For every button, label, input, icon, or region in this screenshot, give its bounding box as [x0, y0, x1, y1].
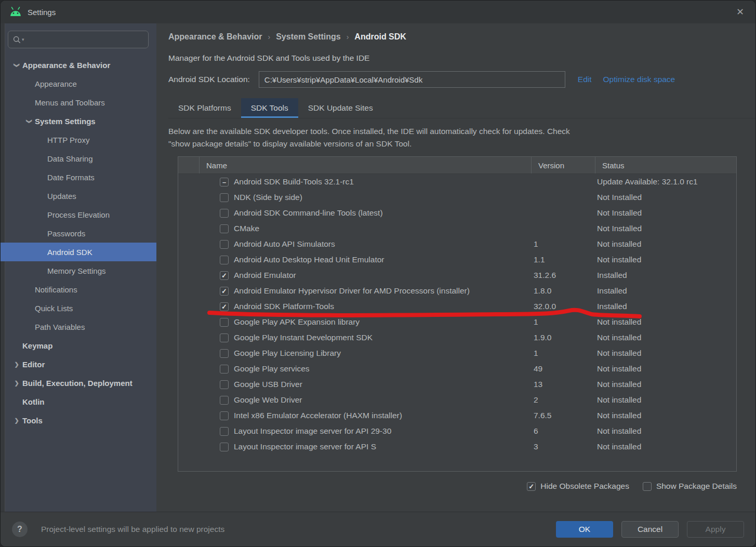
package-checkbox-indeterminate[interactable]: – [220, 178, 229, 186]
sidebar-item-label: Data Sharing [47, 154, 93, 163]
table-row-ndk-side-by-side[interactable]: NDK (Side by side)Not Installed [178, 190, 736, 205]
sidebar-item-label: Process Elevation [47, 210, 110, 219]
table-row-android-auto-desktop-head-unit-emulator[interactable]: Android Auto Desktop Head Unit Emulator1… [178, 252, 736, 268]
show-details-option[interactable]: Show Package Details [643, 482, 737, 491]
sidebar-item-notifications[interactable]: Notifications [1, 280, 156, 299]
sidebar-item-quick-lists[interactable]: Quick Lists [1, 299, 156, 317]
package-checkbox-unchecked[interactable] [220, 256, 229, 264]
table-row-layout-inspector-image-server-for-api-s[interactable]: Layout Inspector image server for API S3… [178, 439, 736, 455]
package-checkbox-unchecked[interactable] [220, 318, 229, 327]
package-checkbox-unchecked[interactable] [220, 411, 229, 420]
package-status: Installed [595, 286, 736, 296]
column-header-status[interactable]: Status [595, 157, 736, 174]
sidebar-item-label: Android SDK [47, 248, 92, 257]
package-checkbox-unchecked[interactable] [220, 240, 229, 249]
package-status: Not installed [595, 426, 736, 436]
package-status: Not installed [595, 364, 736, 373]
chevron-right-icon[interactable]: ❯ [11, 417, 22, 424]
package-status: Installed [595, 302, 736, 311]
sidebar-item-system-settings[interactable]: ❯System Settings [1, 112, 156, 130]
package-checkbox-unchecked[interactable] [220, 333, 229, 342]
sdk-location-input[interactable]: C:¥Users¥strip¥AppData¥Local¥Android¥Sdk [259, 71, 565, 88]
package-checkbox-unchecked[interactable] [220, 349, 229, 358]
sidebar-item-build-execution-deployment[interactable]: ❯Build, Execution, Deployment [1, 373, 156, 392]
sidebar-item-http-proxy[interactable]: HTTP Proxy [1, 130, 156, 149]
sidebar-item-passwords[interactable]: Passwords [1, 224, 156, 243]
show-details-label: Show Package Details [656, 482, 737, 491]
settings-search-box[interactable]: ▾ [8, 31, 149, 48]
sidebar-item-kotlin[interactable]: Kotlin [1, 392, 156, 411]
package-checkbox-checked[interactable]: ✓ [220, 271, 229, 280]
sidebar-item-data-sharing[interactable]: Data Sharing [1, 149, 156, 168]
table-row-android-auto-api-simulators[interactable]: Android Auto API Simulators1Not installe… [178, 236, 736, 252]
tab-sdk-tools[interactable]: SDK Tools [241, 98, 298, 118]
sidebar-item-date-formats[interactable]: Date Formats [1, 168, 156, 186]
sidebar-item-menus-and-toolbars[interactable]: Menus and Toolbars [1, 93, 156, 112]
table-row-intel-x86-emulator-accelerator-haxm-installer[interactable]: Intel x86 Emulator Accelerator (HAXM ins… [178, 408, 736, 423]
chevron-right-icon[interactable]: ❯ [11, 361, 22, 368]
ok-button[interactable]: OK [556, 521, 613, 538]
show-details-checkbox[interactable] [643, 482, 652, 491]
sidebar-item-appearance-behavior[interactable]: ❯Appearance & Behavior [1, 56, 156, 74]
table-row-google-play-apk-expansion-library[interactable]: Google Play APK Expansion library1Not in… [178, 314, 736, 330]
table-row-google-play-instant-development-sdk[interactable]: Google Play Instant Development SDK1.9.0… [178, 330, 736, 345]
package-checkbox-unchecked[interactable] [220, 224, 229, 233]
package-version: 1 [531, 317, 595, 327]
sidebar-item-path-variables[interactable]: Path Variables [1, 317, 156, 336]
column-header-version[interactable]: Version [531, 157, 595, 174]
tab-sdk-platforms[interactable]: SDK Platforms [168, 98, 241, 118]
optimize-disk-space-link[interactable]: Optimize disk space [603, 75, 675, 84]
chevron-down-icon[interactable]: ❯ [14, 59, 20, 71]
breadcrumb-item-system-settings[interactable]: System Settings [276, 32, 340, 42]
table-row-android-emulator[interactable]: ✓Android Emulator31.2.6Installed [178, 268, 736, 283]
sidebar-item-process-elevation[interactable]: Process Elevation [1, 205, 156, 224]
package-checkbox-checked[interactable]: ✓ [220, 287, 229, 296]
sidebar-item-android-sdk[interactable]: Android SDK [1, 243, 156, 261]
table-row-google-web-driver[interactable]: Google Web Driver2Not installed [178, 392, 736, 408]
chevron-down-icon[interactable]: ❯ [26, 115, 33, 127]
close-icon[interactable]: ✕ [733, 5, 747, 19]
table-row-android-sdk-platform-tools[interactable]: ✓Android SDK Platform-Tools32.0.0Install… [178, 299, 736, 314]
table-row-google-play-licensing-library[interactable]: Google Play Licensing Library1Not instal… [178, 345, 736, 361]
table-row-google-play-services[interactable]: Google Play services49Not installed [178, 361, 736, 377]
table-row-cmake[interactable]: CMakeNot Installed [178, 221, 736, 236]
package-checkbox-unchecked[interactable] [220, 380, 229, 389]
package-name: Android SDK Build-Tools 32.1-rc1 [234, 177, 354, 186]
search-input[interactable] [28, 35, 143, 45]
sidebar-item-memory-settings[interactable]: Memory Settings [1, 261, 156, 280]
tab-sdk-update-sites[interactable]: SDK Update Sites [298, 98, 383, 118]
table-row-android-emulator-hypervisor-driver-for-amd-processors-installer[interactable]: ✓Android Emulator Hypervisor Driver for … [178, 283, 736, 299]
cancel-button[interactable]: Cancel [621, 521, 679, 538]
breadcrumb-item-appearance-behavior[interactable]: Appearance & Behavior [168, 32, 262, 42]
package-checkbox-unchecked[interactable] [220, 193, 229, 202]
settings-content: Appearance & Behavior›System Settings›An… [156, 23, 755, 512]
column-header-name[interactable]: Name [199, 157, 531, 174]
hide-obsolete-checkbox[interactable]: ✓ [527, 482, 536, 491]
package-checkbox-unchecked[interactable] [220, 427, 229, 436]
package-name: Android SDK Platform-Tools [234, 302, 334, 311]
package-checkbox-unchecked[interactable] [220, 365, 229, 373]
search-options-caret-icon[interactable]: ▾ [22, 37, 24, 42]
table-row-layout-inspector-image-server-for-api-29-30[interactable]: Layout Inspector image server for API 29… [178, 423, 736, 439]
chevron-right-icon[interactable]: ❯ [11, 380, 22, 386]
sidebar-item-appearance[interactable]: Appearance [1, 74, 156, 93]
package-checkbox-unchecked[interactable] [220, 396, 229, 405]
sidebar-item-tools[interactable]: ❯Tools [1, 411, 156, 430]
sidebar-item-updates[interactable]: Updates [1, 186, 156, 205]
table-row-google-usb-driver[interactable]: Google USB Driver13Not installed [178, 377, 736, 392]
sidebar-item-label: Tools [22, 416, 43, 425]
table-row-android-sdk-build-tools-32-1-rc1[interactable]: –Android SDK Build-Tools 32.1-rc1Update … [178, 174, 736, 190]
sidebar-item-editor[interactable]: ❯Editor [1, 355, 156, 373]
package-name: Layout Inspector image server for API 29… [234, 426, 391, 436]
package-checkbox-unchecked[interactable] [220, 209, 229, 218]
sidebar-item-keymap[interactable]: Keymap [1, 336, 156, 355]
help-icon[interactable]: ? [12, 522, 28, 537]
table-row-android-sdk-command-line-tools-latest[interactable]: Android SDK Command-line Tools (latest)N… [178, 205, 736, 221]
hide-obsolete-option[interactable]: ✓ Hide Obsolete Packages [527, 482, 629, 491]
package-checkbox-checked[interactable]: ✓ [220, 302, 229, 311]
package-version: 1.8.0 [531, 286, 595, 296]
edit-link[interactable]: Edit [578, 75, 592, 84]
breadcrumb-item-android-sdk[interactable]: Android SDK [354, 32, 406, 42]
package-status: Not Installed [595, 208, 736, 218]
package-checkbox-unchecked[interactable] [220, 443, 229, 451]
